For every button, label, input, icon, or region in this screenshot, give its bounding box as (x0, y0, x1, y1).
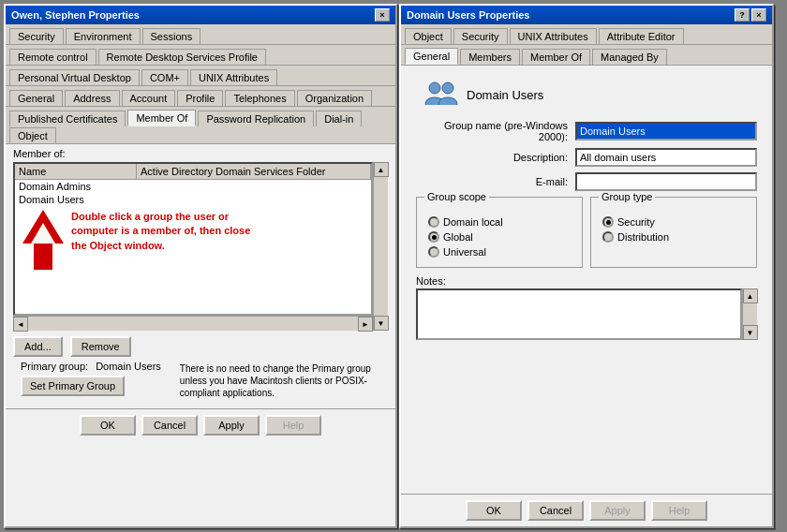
tab-password-replication[interactable]: Password Replication (198, 111, 314, 126)
v-scroll-track[interactable] (374, 177, 388, 316)
tab-remote-control[interactable]: Remote control (9, 49, 97, 65)
radio-btn-distribution[interactable] (602, 231, 614, 243)
group-users-icon (423, 77, 459, 112)
notes-section: Notes: ▲ ▼ (408, 273, 765, 342)
notes-scroll-up[interactable]: ▲ (743, 288, 758, 303)
tab-member-of[interactable]: Member Of (127, 110, 196, 126)
scroll-left-btn[interactable]: ◄ (13, 317, 28, 332)
group-name-field-label: Group name (pre-Windows 2000): (416, 120, 575, 142)
tab-com[interactable]: COM+ (141, 69, 188, 85)
right-tab-members[interactable]: Members (460, 49, 520, 65)
right-tab-object[interactable]: Object (405, 28, 452, 44)
tab-object[interactable]: Object (9, 127, 56, 143)
radio-domain-local[interactable]: Domain local (428, 216, 571, 228)
right-help-button-bottom[interactable]: Help (651, 500, 707, 521)
tab-rdp[interactable]: Remote Desktop Services Profile (98, 49, 266, 65)
tab-sessions[interactable]: Sessions (142, 28, 201, 44)
h-scroll-track[interactable] (28, 317, 358, 331)
email-input[interactable] (575, 172, 757, 191)
scroll-up-btn[interactable]: ▲ (374, 162, 389, 177)
add-remove-buttons: Add... Remove (13, 336, 388, 357)
primary-group-info: There is no need to change the Primary g… (176, 361, 380, 401)
left-window-content: Security Environment Sessions Remote con… (6, 24, 395, 526)
set-primary-group-button[interactable]: Set Primary Group (21, 376, 125, 396)
right-tab-attribute-editor[interactable]: Attribute Editor (599, 28, 684, 44)
left-title-bar: Owen, Stephen Properties × (6, 6, 395, 24)
left-ok-button[interactable]: OK (80, 415, 136, 436)
annotation-area: Double click a group the user or compute… (15, 206, 371, 273)
scroll-down-btn[interactable]: ▼ (374, 316, 389, 331)
radio-label-universal: Universal (443, 246, 486, 258)
left-tab-row-3: Personal Virtual Desktop COM+ UNIX Attri… (6, 66, 395, 86)
left-cancel-button[interactable]: Cancel (141, 415, 198, 436)
right-bottom-buttons: OK Cancel Apply Help (401, 494, 772, 526)
tab-unix[interactable]: UNIX Attributes (190, 69, 277, 85)
left-tab-row-4: General Address Account Profile Telephon… (6, 86, 395, 107)
right-close-button[interactable]: × (751, 8, 766, 22)
radio-btn-security[interactable] (602, 216, 614, 228)
scroll-right-btn[interactable]: ► (358, 317, 373, 332)
radio-btn-domain-local[interactable] (428, 216, 439, 228)
left-close-button[interactable]: × (375, 8, 390, 22)
left-apply-button[interactable]: Apply (203, 415, 260, 436)
radio-global[interactable]: Global (428, 231, 571, 243)
list-item[interactable]: Domain Users (15, 193, 371, 206)
email-row: E-mail: (416, 172, 757, 191)
radio-label-security: Security (617, 216, 655, 228)
add-button[interactable]: Add... (13, 336, 63, 357)
radio-btn-global[interactable] (428, 231, 439, 243)
list-item[interactable]: Domain Admins (15, 180, 371, 193)
right-tab-member-of[interactable]: Member Of (522, 49, 590, 65)
member-of-label: Member of: (13, 148, 388, 159)
tab-profile[interactable]: Profile (177, 90, 223, 106)
notes-textarea[interactable] (416, 288, 742, 340)
notes-scroll-down[interactable]: ▼ (743, 325, 758, 340)
tab-environment[interactable]: Environment (66, 28, 141, 44)
group-name-display: Domain Users (467, 88, 543, 102)
annotation-text: Double click a group the user or compute… (71, 210, 259, 253)
notes-v-scrollbar[interactable]: ▲ ▼ (742, 288, 757, 340)
right-cancel-button[interactable]: Cancel (527, 500, 584, 521)
description-input[interactable] (575, 148, 757, 167)
tab-general[interactable]: General (9, 90, 63, 106)
primary-group-left: Primary group: Domain Users Set Primary … (21, 361, 161, 396)
tab-address[interactable]: Address (65, 90, 119, 106)
left-title-bar-buttons: × (375, 8, 390, 22)
tab-dial-in[interactable]: Dial-in (316, 111, 362, 126)
group-type-radios: Security Distribution (595, 213, 752, 246)
right-apply-button[interactable]: Apply (589, 500, 646, 521)
remove-button[interactable]: Remove (70, 336, 131, 357)
member-list[interactable]: Name Active Directory Domain Services Fo… (13, 162, 373, 316)
right-window: Domain Users Properties ? × Object Secur… (399, 4, 774, 528)
tab-organization[interactable]: Organization (297, 90, 372, 106)
h-scrollbar[interactable]: ◄ ► (13, 316, 373, 331)
radio-distribution[interactable]: Distribution (602, 231, 745, 243)
radio-universal[interactable]: Universal (428, 246, 571, 258)
col-name: Name (15, 164, 137, 179)
right-tab-managed-by[interactable]: Managed By (592, 49, 667, 65)
tab-pvd[interactable]: Personal Virtual Desktop (9, 69, 140, 85)
right-help-button[interactable]: ? (735, 8, 750, 22)
left-bottom-buttons: OK Cancel Apply Help (6, 408, 395, 441)
left-tab-row-1: Security Environment Sessions (6, 24, 395, 45)
right-tab-general[interactable]: General (405, 48, 458, 65)
list-container: Name Active Directory Domain Services Fo… (13, 162, 388, 331)
left-window: Owen, Stephen Properties × Security Envi… (4, 4, 397, 528)
left-help-button[interactable]: Help (265, 415, 321, 436)
right-tab-unix[interactable]: UNIX Attributes (510, 28, 597, 44)
radio-security[interactable]: Security (602, 216, 745, 228)
tab-account[interactable]: Account (122, 90, 176, 106)
description-row: Description: (416, 148, 757, 167)
group-name-input[interactable] (575, 122, 757, 140)
v-scrollbar[interactable]: ▲ ▼ (373, 162, 388, 331)
primary-group-value: Domain Users (96, 361, 161, 372)
right-title-bar: Domain Users Properties ? × (401, 6, 772, 24)
tab-security[interactable]: Security (9, 28, 64, 44)
tab-published-certs[interactable]: Published Certificates (9, 111, 126, 126)
tab-telephones[interactable]: Telephones (225, 90, 294, 106)
right-tab-security[interactable]: Security (453, 28, 508, 44)
primary-group-section: Primary group: Domain Users Set Primary … (13, 357, 388, 405)
right-ok-button[interactable]: OK (466, 500, 522, 521)
notes-area-wrapper: ▲ ▼ (416, 288, 757, 340)
radio-btn-universal[interactable] (428, 246, 439, 258)
